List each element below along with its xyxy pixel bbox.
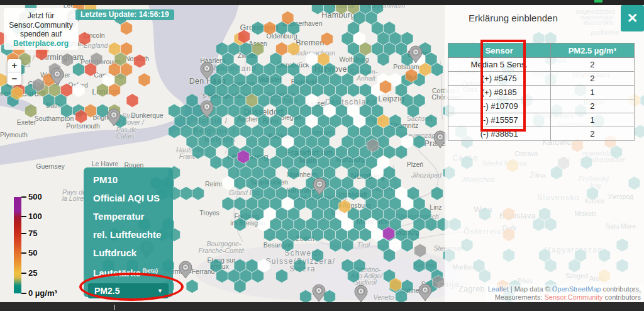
hex-cell[interactable]	[252, 21, 264, 35]
attribution-line1: Leaflet | Map data © OpenStreetMap contr…	[488, 285, 641, 293]
hex-cell[interactable]	[380, 80, 392, 94]
hex-cell[interactable]	[186, 280, 198, 293]
hex-cell[interactable]	[312, 249, 324, 263]
hex-cell[interactable]	[425, 218, 437, 232]
hex-cell[interactable]	[85, 63, 97, 77]
hex-cell[interactable]	[300, 290, 312, 303]
hex-cell[interactable]	[61, 104, 73, 118]
legend-gradient-bar	[14, 197, 21, 293]
panel-title[interactable]: Erklärung einblenden	[469, 13, 558, 23]
close-icon[interactable]: ✕	[621, 5, 644, 31]
hex-cell[interactable]	[321, 32, 333, 46]
hex-cell[interactable]	[252, 269, 264, 283]
hex-cell[interactable]	[348, 269, 360, 283]
map-label: Jihozápad	[411, 171, 442, 179]
hex-cell[interactable]	[401, 238, 413, 252]
attribution-link[interactable]: OpenStreetMap	[552, 285, 601, 293]
layer-menu-item[interactable]: Temperatur	[84, 207, 173, 225]
hex-cell[interactable]	[134, 54, 146, 68]
hex-cell[interactable]	[73, 63, 85, 77]
hex-cell[interactable]	[75, 110, 87, 123]
hex-cell[interactable]	[431, 186, 443, 200]
layer-menu-item[interactable]: PM10	[84, 171, 173, 189]
hex-cell[interactable]	[276, 21, 288, 35]
hex-cell[interactable]	[222, 197, 234, 211]
hex-cell[interactable]	[43, 94, 55, 108]
hex-cell[interactable]	[324, 290, 336, 303]
hex-cell[interactable]	[192, 186, 204, 200]
hex-cell[interactable]	[406, 69, 418, 82]
hex-cell[interactable]	[264, 21, 276, 35]
legend-tick	[21, 273, 26, 274]
hex-cell[interactable]	[264, 228, 276, 242]
hex-cell[interactable]	[234, 280, 246, 293]
map-label: Dunkerque	[131, 111, 164, 119]
hex-cell[interactable]	[238, 150, 250, 164]
hex-cell[interactable]	[390, 278, 402, 291]
legend-tick	[21, 293, 26, 294]
hex-cell[interactable]	[11, 86, 23, 100]
hex-cell[interactable]	[238, 30, 250, 43]
hex-cell[interactable]	[288, 166, 300, 180]
hex-cell[interactable]	[126, 94, 138, 108]
map-label: Troyes	[199, 209, 219, 217]
hex-cell[interactable]	[300, 228, 312, 242]
hex-cell[interactable]	[25, 104, 37, 118]
hex-cell[interactable]	[348, 83, 360, 97]
hex-cell[interactable]	[341, 238, 353, 252]
hex-cell[interactable]	[431, 63, 443, 77]
hex-cell[interactable]	[79, 31, 91, 45]
hex-cell[interactable]	[169, 125, 180, 139]
hex-cell[interactable]	[348, 186, 360, 200]
hex-cell[interactable]	[339, 200, 351, 213]
hex-cell[interactable]	[330, 238, 341, 252]
hex-cell[interactable]	[288, 42, 300, 56]
table-row: (-) #155571	[448, 113, 635, 127]
hex-cell[interactable]	[234, 176, 246, 190]
red-rectangle-annotation	[480, 40, 526, 132]
layer-menu-item[interactable]: Luftdruck	[84, 244, 173, 262]
hex-cell[interactable]	[360, 63, 372, 77]
hex-cell[interactable]	[288, 21, 300, 35]
hex-cell[interactable]	[97, 104, 109, 118]
hex-cell[interactable]	[210, 156, 222, 169]
hex-cell[interactable]	[294, 259, 306, 273]
hex-cell[interactable]	[408, 104, 419, 118]
hex-cell[interactable]	[138, 73, 150, 87]
hex-cell[interactable]	[384, 249, 396, 263]
hex-cell[interactable]	[360, 228, 372, 242]
hex-cell[interactable]	[216, 269, 228, 283]
hex-cell[interactable]	[413, 135, 425, 149]
map-marker-pin[interactable]	[179, 261, 192, 278]
zoom-in-button[interactable]: +	[8, 59, 21, 72]
hex-cell[interactable]	[414, 244, 426, 257]
hex-cell[interactable]	[413, 259, 425, 273]
hex-cell[interactable]	[396, 145, 408, 159]
hex-cell[interactable]	[276, 269, 288, 283]
hex-cell[interactable]	[121, 21, 133, 35]
legend-tick-label: 75	[28, 229, 37, 238]
betterplace-link[interactable]: Betterplace.org	[4, 39, 78, 48]
hex-cell[interactable]	[222, 176, 234, 190]
hex-cell[interactable]	[312, 228, 324, 242]
hex-cell[interactable]	[234, 218, 246, 232]
hex-cell[interactable]	[97, 83, 109, 97]
layer-menu-item[interactable]: rel. Luftfeuchte	[84, 225, 173, 244]
hex-cell[interactable]	[73, 83, 85, 97]
hex-cell[interactable]	[383, 227, 395, 240]
app-screen: LeedsHullLincolnNottinghamEnglandBirming…	[0, 0, 644, 311]
hex-cell[interactable]	[282, 238, 294, 252]
hex-cell[interactable]	[396, 290, 408, 303]
layer-menu-item[interactable]: Official AQI US	[84, 189, 173, 207]
hex-cell[interactable]	[425, 115, 437, 128]
hex-cell[interactable]	[433, 275, 445, 289]
hex-cell[interactable]	[367, 139, 379, 152]
hex-cell[interactable]	[192, 145, 204, 159]
hex-cell[interactable]	[377, 52, 389, 66]
hex-cell[interactable]	[109, 83, 121, 97]
attribution-link[interactable]: Leaflet	[488, 285, 509, 293]
zoom-out-button[interactable]: −	[8, 72, 21, 85]
hex-cell[interactable]	[33, 78, 45, 92]
hex-cell[interactable]	[180, 186, 192, 200]
hex-cell[interactable]	[62, 53, 74, 67]
